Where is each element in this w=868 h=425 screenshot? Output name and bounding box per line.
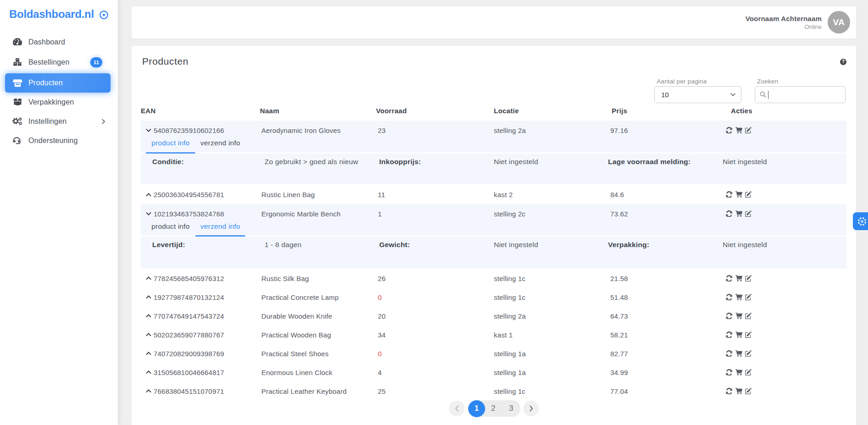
svg-text:?: ? bbox=[842, 59, 845, 64]
